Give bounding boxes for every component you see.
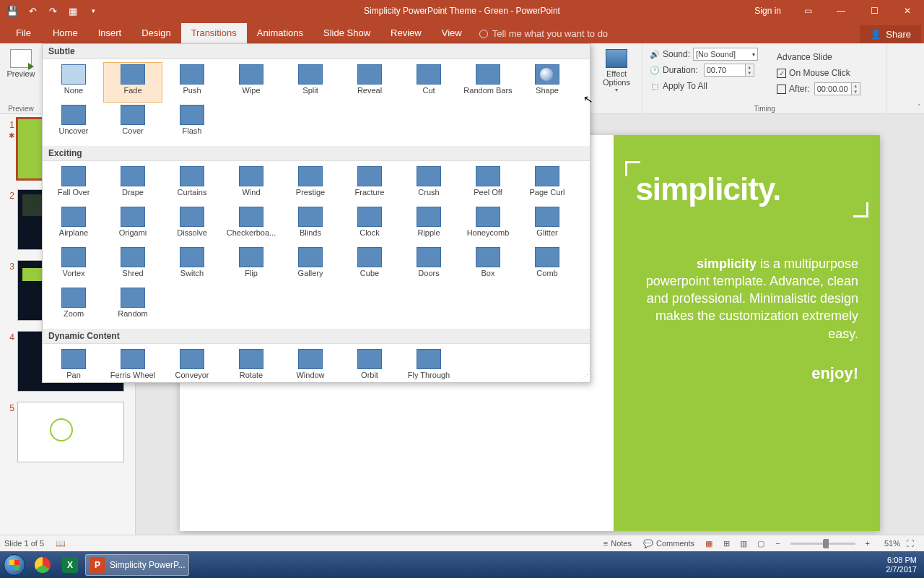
transition-wind[interactable]: Wind: [222, 164, 281, 204]
transition-rotate[interactable]: Rotate: [222, 347, 281, 387]
preview-button[interactable]: Preview: [4, 45, 38, 78]
transition-zoom[interactable]: Zoom: [44, 285, 103, 326]
tab-insert[interactable]: Insert: [88, 23, 132, 43]
transition-airplane[interactable]: Airplane: [44, 204, 103, 245]
transition-comb[interactable]: Comb: [518, 245, 577, 285]
transition-flip[interactable]: Flip: [222, 245, 281, 285]
tab-file[interactable]: File: [4, 23, 43, 43]
ribbon-display-icon[interactable]: ▭: [791, 0, 824, 22]
slide-thumbnail-5[interactable]: [17, 402, 124, 462]
transition-reveal[interactable]: Reveal: [340, 62, 399, 103]
taskbar-excel[interactable]: X: [58, 554, 82, 576]
transition-honeycomb[interactable]: Honeycomb: [458, 204, 518, 245]
after-checkbox[interactable]: [777, 85, 786, 94]
system-tray[interactable]: 6:08 PM 2/7/2017: [879, 554, 924, 576]
transition-peel-off[interactable]: Peel Off: [458, 164, 518, 204]
transition-crush[interactable]: Crush: [399, 164, 458, 204]
transition-checkerboa-[interactable]: Checkerboa...: [222, 204, 281, 245]
transition-random[interactable]: Random: [103, 285, 162, 326]
transition-cut[interactable]: Cut: [399, 62, 458, 103]
transition-uncover[interactable]: Uncover: [44, 103, 103, 143]
transition-split[interactable]: Split: [281, 62, 340, 103]
after-time-input[interactable]: 00:00.00: [814, 82, 852, 95]
start-button[interactable]: [0, 551, 29, 578]
transition-pan[interactable]: Pan: [44, 347, 103, 387]
transition-box[interactable]: Box: [458, 245, 518, 285]
apply-to-all-button[interactable]: Apply To All: [663, 81, 707, 91]
tab-view[interactable]: View: [432, 23, 472, 43]
transition-prestige[interactable]: Prestige: [281, 164, 340, 204]
transition-switch[interactable]: Switch: [162, 245, 222, 285]
transition-clock[interactable]: Clock: [340, 204, 399, 245]
transition-flash[interactable]: Flash: [162, 103, 222, 143]
transition-blinds[interactable]: Blinds: [281, 204, 340, 245]
normal-view-icon[interactable]: ▦: [700, 537, 718, 550]
slideshow-view-icon[interactable]: ▢: [752, 537, 770, 550]
transition-label: Origami: [119, 228, 147, 237]
tab-slideshow[interactable]: Slide Show: [313, 23, 380, 43]
transition-cover[interactable]: Cover: [103, 103, 162, 143]
start-from-beginning-icon[interactable]: ▦: [64, 1, 82, 20]
minimize-button[interactable]: —: [824, 0, 858, 22]
on-mouse-click-checkbox[interactable]: ✓: [777, 69, 786, 78]
transition-drape[interactable]: Drape: [103, 164, 162, 204]
duration-input[interactable]: 00.70: [704, 64, 746, 77]
gallery-resize-grip[interactable]: ⋰: [582, 374, 588, 381]
transition-dissolve[interactable]: Dissolve: [162, 204, 222, 245]
transition-gallery[interactable]: Gallery: [281, 245, 340, 285]
collapse-ribbon-icon[interactable]: ˄: [918, 103, 921, 111]
share-button[interactable]: 👤 Share: [860, 25, 921, 43]
transition-fall-over[interactable]: Fall Over: [44, 164, 103, 204]
zoom-level[interactable]: 51%: [876, 539, 900, 548]
transition-conveyor[interactable]: Conveyor: [162, 347, 222, 387]
slide-sorter-view-icon[interactable]: ⊞: [718, 537, 735, 550]
transition-origami[interactable]: Origami: [103, 204, 162, 245]
transition-page-curl[interactable]: Page Curl: [518, 164, 577, 204]
transition-doors[interactable]: Doors: [399, 245, 458, 285]
transition-shred[interactable]: Shred: [103, 245, 162, 285]
transition-window[interactable]: Window: [281, 347, 340, 387]
transition-ferris-wheel[interactable]: Ferris Wheel: [103, 347, 162, 387]
transition-shape[interactable]: Shape: [518, 62, 577, 103]
effect-options-button[interactable]: Effect Options ▾: [598, 45, 635, 93]
redo-icon[interactable]: ↷: [43, 1, 62, 20]
duration-spinner[interactable]: ▲▼: [746, 64, 754, 77]
tab-design[interactable]: Design: [131, 23, 180, 43]
transition-fly-through[interactable]: Fly Through: [399, 347, 458, 387]
qat-customize-icon[interactable]: ▾: [84, 1, 103, 20]
transition-fracture[interactable]: Fracture: [340, 164, 399, 204]
comments-button[interactable]: 💬 Comments: [637, 535, 700, 552]
after-time-spinner[interactable]: ▲▼: [852, 82, 860, 95]
transition-orbit[interactable]: Orbit: [340, 347, 399, 387]
taskbar-chrome[interactable]: [30, 554, 55, 576]
spell-check-icon[interactable]: 📖: [50, 535, 71, 552]
notes-button[interactable]: ≡ Notes: [598, 535, 637, 552]
tab-animations[interactable]: Animations: [247, 23, 313, 43]
tab-review[interactable]: Review: [380, 23, 432, 43]
zoom-out-button[interactable]: −: [770, 535, 785, 552]
sound-select[interactable]: [No Sound]▾: [693, 48, 758, 61]
tab-transitions[interactable]: Transitions: [181, 23, 247, 43]
transition-fade[interactable]: Fade: [103, 62, 162, 103]
transition-random-bars[interactable]: Random Bars: [458, 62, 518, 103]
transition-cube[interactable]: Cube: [340, 245, 399, 285]
fit-to-window-icon[interactable]: ⛶: [900, 535, 920, 552]
sign-in-link[interactable]: Sign in: [744, 6, 791, 16]
tab-home[interactable]: Home: [43, 23, 88, 43]
transition-none[interactable]: None: [44, 62, 103, 103]
transition-push[interactable]: Push: [162, 62, 222, 103]
close-button[interactable]: ✕: [891, 0, 924, 22]
zoom-slider[interactable]: [790, 543, 855, 545]
transition-glitter[interactable]: Glitter: [518, 204, 577, 245]
taskbar-powerpoint[interactable]: PSimplicity PowerP...: [85, 554, 189, 576]
zoom-in-button[interactable]: +: [860, 535, 876, 552]
reading-view-icon[interactable]: ▥: [735, 537, 752, 550]
undo-icon[interactable]: ↶: [23, 1, 42, 20]
maximize-button[interactable]: ☐: [858, 0, 891, 22]
tell-me-search[interactable]: Tell me what you want to do: [472, 24, 615, 43]
transition-curtains[interactable]: Curtains: [162, 164, 222, 204]
transition-vortex[interactable]: Vortex: [44, 245, 103, 285]
save-icon[interactable]: 💾: [3, 1, 22, 20]
transition-wipe[interactable]: Wipe: [222, 62, 281, 103]
transition-ripple[interactable]: Ripple: [399, 204, 458, 245]
